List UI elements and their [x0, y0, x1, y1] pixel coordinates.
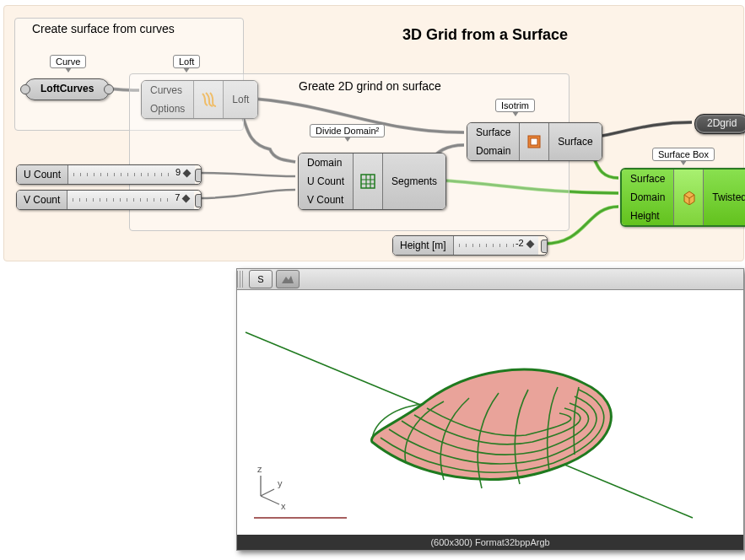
preview-viewer: S z y x: [236, 268, 744, 551]
tag-curve: Curve: [50, 55, 86, 68]
tag-surface-box: Surface Box: [652, 148, 715, 161]
grasshopper-canvas[interactable]: 3D Grid from a Surface: [0, 0, 745, 560]
viewer-btn-s[interactable]: S: [249, 270, 273, 288]
param-loftcurves[interactable]: LoftCurves: [24, 78, 110, 100]
svg-rect-0: [361, 175, 375, 188]
tag-divide-domain-label: Divide Domain²: [316, 126, 379, 136]
tag-divide-domain: Divide Domain²: [310, 124, 385, 137]
tag-curve-label: Curve: [56, 57, 80, 67]
surface-box-component[interactable]: Surface Domain Height Twisted Box: [620, 168, 745, 227]
grab-handle-icon[interactable]: [237, 271, 244, 288]
sbox-in-height[interactable]: Height: [622, 207, 673, 225]
svg-line-6: [261, 496, 279, 504]
param-2dgrid[interactable]: 2Dgrid: [694, 114, 745, 134]
slider-u-value: 9: [175, 167, 181, 177]
sbox-out[interactable]: Twisted Box: [704, 170, 745, 225]
slider-u-label: U Count: [17, 165, 68, 184]
svg-line-7: [261, 489, 274, 496]
isotrim-icon: [526, 134, 542, 149]
viewport-3d[interactable]: z y x: [237, 290, 743, 535]
param-loftcurves-label: LoftCurves: [40, 83, 94, 94]
mountain-icon: [281, 274, 294, 284]
param-2dgrid-label: 2Dgrid: [707, 117, 737, 129]
isotrim-in-surface[interactable]: Surface: [467, 123, 519, 142]
slider-grip-icon[interactable]: [195, 194, 202, 207]
sbox-in-surface[interactable]: Surface: [622, 170, 673, 188]
tag-loft: Loft: [173, 55, 200, 68]
tag-isotrim-label: Isotrim: [501, 100, 529, 110]
isotrim-out[interactable]: Surface: [549, 123, 601, 160]
divdom-in-u[interactable]: U Count: [299, 172, 353, 191]
isotrim-in-domain[interactable]: Domain: [467, 142, 519, 160]
grid-icon: [360, 174, 375, 189]
tag-surface-box-label: Surface Box: [658, 149, 709, 159]
slider-u-count[interactable]: U Count 9: [16, 164, 202, 185]
sbox-in-domain[interactable]: Domain: [622, 188, 673, 207]
slider-grip-icon[interactable]: [195, 169, 202, 182]
divide-domain-component[interactable]: Domain U Count V Count Segments: [298, 153, 446, 210]
slider-v-value: 7: [175, 192, 180, 202]
group-a-title: Create surface from curves: [32, 22, 175, 35]
slider-v-count[interactable]: V Count 7: [16, 190, 202, 210]
group-outer: 3D Grid from a Surface: [3, 5, 744, 261]
viewer-toolbar: S: [237, 269, 743, 290]
slider-height[interactable]: Height [m] -2: [392, 235, 548, 256]
svg-text:x: x: [281, 501, 286, 511]
divdom-in-domain[interactable]: Domain: [299, 153, 353, 172]
group-b-title: Greate 2D grind on surface: [299, 79, 441, 93]
slider-v-label: V Count: [17, 191, 67, 209]
svg-rect-2: [531, 138, 537, 145]
slider-h-value: -2: [516, 238, 524, 248]
box-icon: [681, 190, 696, 205]
divdom-out[interactable]: Segments: [383, 153, 445, 209]
viewer-btn-mountain[interactable]: [276, 270, 300, 288]
title-main: 3D Grid from a Surface: [402, 26, 568, 44]
tag-loft-label: Loft: [179, 57, 194, 67]
svg-text:z: z: [257, 464, 262, 474]
svg-text:y: y: [278, 478, 283, 488]
tag-isotrim: Isotrim: [495, 99, 535, 112]
slider-grip-icon[interactable]: [541, 240, 548, 253]
divdom-in-v[interactable]: V Count: [299, 191, 353, 209]
viewer-status: (600x300) Format32bppArgb: [237, 535, 743, 550]
isotrim-component[interactable]: Surface Domain Surface: [467, 122, 602, 161]
surface-preview: z y x: [237, 290, 743, 535]
slider-h-label: Height [m]: [393, 236, 454, 255]
